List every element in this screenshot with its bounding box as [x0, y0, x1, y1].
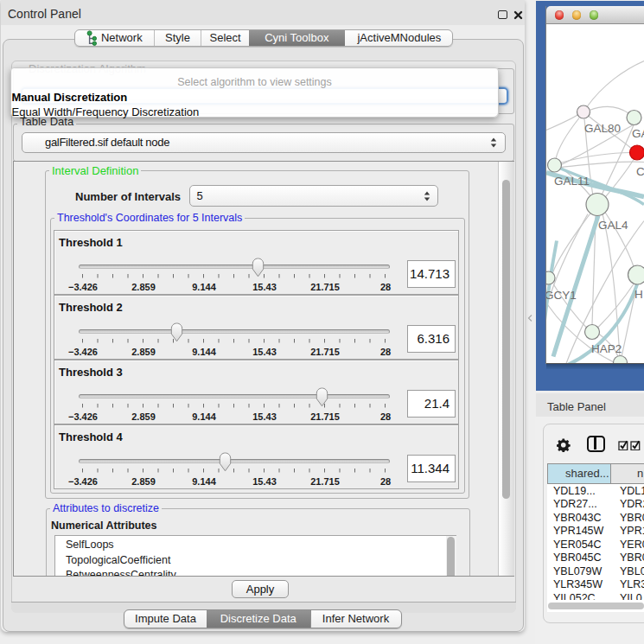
svg-text:GA: GA [632, 126, 644, 139]
svg-text:H: H [634, 287, 643, 300]
svg-text:GAL11: GAL11 [554, 174, 590, 187]
svg-text:HAP2: HAP2 [591, 341, 622, 354]
svg-text:GAL80: GAL80 [584, 121, 621, 134]
svg-text:GCY1: GCY1 [546, 288, 577, 301]
svg-text:C: C [636, 164, 644, 177]
svg-text:GAL4: GAL4 [598, 218, 628, 231]
